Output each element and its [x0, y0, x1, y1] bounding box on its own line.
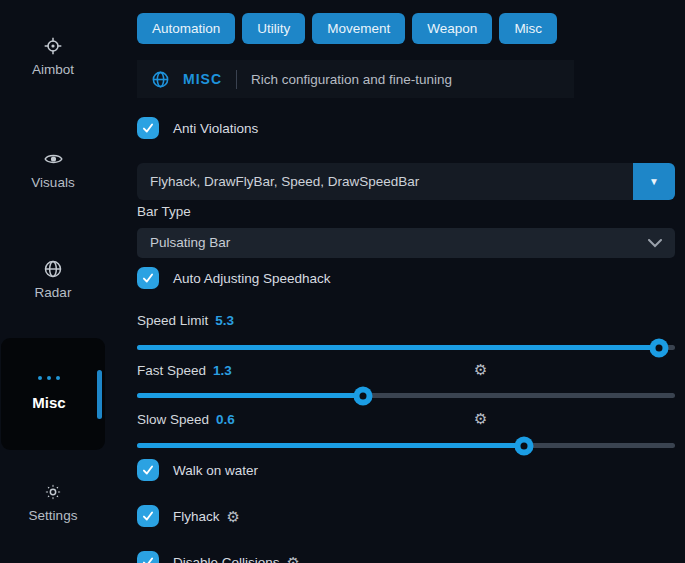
section-title: MISC — [183, 71, 222, 87]
crosshair-icon — [43, 36, 63, 56]
sidebar-item-label: Visuals — [0, 175, 106, 190]
feature-bars-select[interactable]: Flyhack, DrawFlyBar, Speed, DrawSpeedBar… — [137, 163, 675, 200]
tab-misc[interactable]: Misc — [499, 13, 557, 44]
fast-speed-label-row: Fast Speed 1.3 ⚙ — [137, 362, 232, 379]
speed-limit-slider[interactable] — [137, 338, 675, 357]
auto-adjusting-row: Auto Adjusting Speedhack — [137, 267, 331, 289]
disable-collisions-checkbox[interactable] — [137, 551, 159, 563]
sidebar-item-label: Radar — [0, 285, 106, 300]
slider-handle[interactable] — [353, 386, 372, 405]
anti-violations-label: Anti Violations — [173, 121, 258, 136]
gear-icon[interactable]: ⚙ — [227, 509, 240, 524]
slider-handle[interactable] — [515, 436, 534, 455]
sidebar: Aimbot Visuals Radar Misc — [0, 0, 137, 563]
speed-limit-label-row: Speed Limit 5.3 — [137, 312, 234, 329]
globe-icon — [43, 259, 63, 279]
globe-icon — [151, 70, 170, 89]
fast-speed-value: 1.3 — [213, 363, 232, 378]
triangle-down-icon: ▼ — [649, 176, 659, 187]
section-subtitle: Rich configuration and fine-tuning — [251, 72, 452, 87]
tab-automation[interactable]: Automation — [137, 13, 235, 44]
slider-fill — [137, 443, 524, 448]
flyhack-checkbox[interactable] — [137, 505, 159, 527]
auto-adjusting-label: Auto Adjusting Speedhack — [173, 271, 331, 286]
check-icon — [141, 463, 155, 477]
bar-type-value: Pulsating Bar — [150, 228, 230, 258]
slider-fill — [137, 345, 659, 350]
sidebar-item-visuals[interactable]: Visuals — [0, 149, 106, 190]
slow-speed-label-row: Slow Speed 0.6 ⚙ — [137, 411, 235, 428]
anti-violations-row: Anti Violations — [137, 117, 258, 139]
fast-speed-slider[interactable] — [137, 386, 675, 405]
flyhack-row: Flyhack ⚙ — [137, 505, 240, 527]
fast-speed-label: Fast Speed — [137, 363, 206, 378]
tab-movement[interactable]: Movement — [312, 13, 405, 44]
slow-speed-slider[interactable] — [137, 436, 675, 455]
sidebar-item-aimbot[interactable]: Aimbot — [0, 36, 106, 77]
check-icon — [141, 555, 155, 563]
flyhack-label: Flyhack — [173, 509, 220, 524]
slider-fill — [137, 393, 363, 398]
check-icon — [141, 509, 155, 523]
anti-violations-checkbox[interactable] — [137, 117, 159, 139]
dots-icon — [1, 376, 97, 380]
walk-on-water-row: Walk on water — [137, 459, 258, 481]
check-icon — [141, 121, 155, 135]
gear-icon[interactable]: ⚙ — [474, 411, 487, 426]
sidebar-item-label: Aimbot — [0, 62, 106, 77]
divider — [236, 70, 237, 89]
tab-weapon[interactable]: Weapon — [412, 13, 492, 44]
bar-type-label: Bar Type — [137, 204, 191, 219]
disable-collisions-row: Disable Collisions ⚙ — [137, 551, 300, 563]
sidebar-item-settings[interactable]: Settings — [0, 482, 106, 523]
selected-indicator-bar — [97, 370, 102, 419]
gear-icon[interactable]: ⚙ — [287, 555, 300, 563]
walk-on-water-checkbox[interactable] — [137, 459, 159, 481]
category-tabs: Automation Utility Movement Weapon Misc — [137, 13, 557, 44]
eye-icon — [43, 149, 64, 169]
misc-panel: Automation Utility Movement Weapon Misc … — [137, 0, 675, 563]
tab-utility[interactable]: Utility — [242, 13, 305, 44]
speed-limit-label: Speed Limit — [137, 313, 208, 328]
sidebar-item-label: Settings — [0, 508, 106, 523]
section-header: MISC Rich configuration and fine-tuning — [137, 60, 574, 98]
slow-speed-value: 0.6 — [216, 412, 235, 427]
gear-icon[interactable]: ⚙ — [474, 362, 487, 377]
gear-icon — [43, 482, 63, 502]
speed-limit-value: 5.3 — [215, 313, 234, 328]
walk-on-water-label: Walk on water — [173, 463, 258, 478]
check-icon — [141, 271, 155, 285]
slow-speed-label: Slow Speed — [137, 412, 209, 427]
disable-collisions-label: Disable Collisions — [173, 555, 280, 563]
feature-bars-value: Flyhack, DrawFlyBar, Speed, DrawSpeedBar — [150, 163, 419, 200]
auto-adjusting-checkbox[interactable] — [137, 267, 159, 289]
slider-handle[interactable] — [649, 338, 668, 357]
dropdown-open-button[interactable]: ▼ — [633, 163, 675, 200]
mod-menu-window: Aimbot Visuals Radar Misc — [0, 0, 685, 563]
sidebar-item-radar[interactable]: Radar — [0, 259, 106, 300]
sidebar-item-label: Misc — [1, 394, 97, 411]
chevron-down-icon — [648, 239, 662, 248]
sidebar-item-misc[interactable]: Misc — [1, 338, 105, 450]
bar-type-select[interactable]: Pulsating Bar — [137, 228, 675, 258]
